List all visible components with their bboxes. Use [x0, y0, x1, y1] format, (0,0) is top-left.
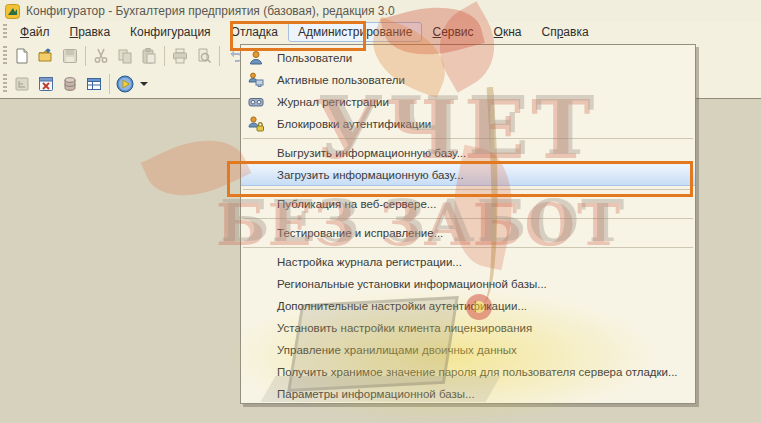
- menu-item-license-client-settings[interactable]: Установить настройки клиента лицензирова…: [241, 317, 695, 339]
- menu-item-registration-journal[interactable]: Журнал регистрации: [241, 91, 695, 113]
- menu-item-users[interactable]: Пользователи: [241, 47, 695, 69]
- toolbar-separator: [219, 46, 220, 66]
- print-icon[interactable]: [168, 44, 192, 68]
- table-icon[interactable]: [82, 72, 106, 96]
- menu-separator: [241, 244, 695, 251]
- toolbar-separator: [164, 46, 165, 66]
- registration-journal-icon: [248, 94, 264, 110]
- menubar-item-configuration[interactable]: Конфигурация: [120, 22, 221, 42]
- menu-item-test-and-repair[interactable]: Тестирование и исправление...: [241, 222, 695, 244]
- menu-item-load-infobase[interactable]: Загрузить информационную базу...: [241, 164, 695, 186]
- menu-item-binary-storage[interactable]: Управление хранилищами двоичных данных: [241, 339, 695, 361]
- menu-bar: Файл Правка Конфигурация Отладка Админис…: [0, 22, 761, 42]
- start-debugging-icon[interactable]: [113, 72, 137, 96]
- toolbar-separator: [85, 46, 86, 66]
- database-icon[interactable]: [58, 72, 82, 96]
- metadata-icon[interactable]: [10, 72, 34, 96]
- toolbar-grip[interactable]: [3, 74, 7, 94]
- user-icon: [248, 50, 264, 66]
- copy-icon[interactable]: [113, 44, 137, 68]
- menubar-item-windows[interactable]: Окна: [484, 22, 532, 42]
- menubar-item-edit[interactable]: Правка: [60, 22, 121, 42]
- menu-item-regional-settings[interactable]: Региональные установки информационной ба…: [241, 273, 695, 295]
- menubar-item-file[interactable]: Файл: [10, 22, 60, 42]
- menu-item-auth-settings[interactable]: Дополнительные настройки аутентификации.…: [241, 295, 695, 317]
- menu-separator: [241, 186, 695, 193]
- menu-item-infobase-parameters[interactable]: Параметры информационной базы...: [241, 383, 695, 405]
- menu-item-journal-settings[interactable]: Настройка журнала регистрации...: [241, 251, 695, 273]
- menubar-item-administration[interactable]: Администрирование: [288, 22, 422, 42]
- active-users-icon: [248, 72, 264, 88]
- menu-item-stored-password[interactable]: Получить хранимое значение пароля для по…: [241, 361, 695, 383]
- menubar-item-help[interactable]: Справка: [531, 22, 598, 42]
- administration-menu: Пользователи Активные пользователи Журна…: [240, 44, 696, 404]
- cut-icon[interactable]: [89, 44, 113, 68]
- menu-item-dump-infobase[interactable]: Выгрузить информационную базу...: [241, 142, 695, 164]
- title-bar: Конфигуратор - Бухгалтерия предприятия (…: [0, 0, 761, 22]
- menu-item-web-publish[interactable]: Публикация на веб-сервере...: [241, 193, 695, 215]
- toolbar-grip[interactable]: [3, 24, 7, 40]
- menu-item-auth-locks[interactable]: Блокировки аутентификации: [241, 113, 695, 135]
- toolbar-grip[interactable]: [3, 46, 7, 66]
- dropdown-caret-icon[interactable]: [140, 82, 148, 86]
- menu-separator: [241, 135, 695, 142]
- auth-locks-icon: [248, 116, 264, 132]
- toolbar-separator: [109, 74, 110, 94]
- open-icon[interactable]: [34, 44, 58, 68]
- menubar-item-service[interactable]: Сервис: [422, 22, 483, 42]
- menubar-item-debug[interactable]: Отладка: [221, 22, 288, 42]
- window-title: Конфигуратор - Бухгалтерия предприятия (…: [26, 4, 395, 18]
- save-icon[interactable]: [58, 44, 82, 68]
- new-document-icon[interactable]: [10, 44, 34, 68]
- menu-item-active-users[interactable]: Активные пользователи: [241, 69, 695, 91]
- menu-separator: [241, 215, 695, 222]
- app-icon: [5, 4, 20, 19]
- config-db-icon[interactable]: [34, 72, 58, 96]
- print-preview-icon[interactable]: [192, 44, 216, 68]
- paste-icon[interactable]: [137, 44, 161, 68]
